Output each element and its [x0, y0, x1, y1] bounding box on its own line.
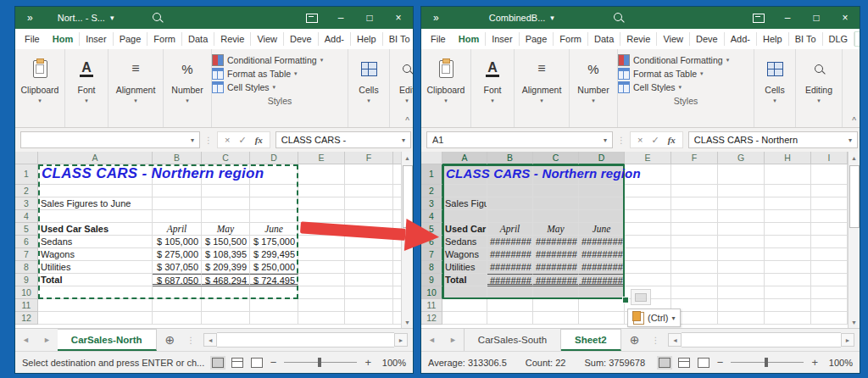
cell[interactable]: [718, 197, 765, 210]
scrollbar-thumb[interactable]: [849, 165, 860, 228]
cell[interactable]: $ 105,000: [153, 236, 202, 248]
insert-function-icon[interactable]: fx: [668, 135, 676, 145]
zoom-out-icon[interactable]: −: [717, 356, 724, 369]
fill-handle[interactable]: [622, 297, 629, 303]
cell[interactable]: [579, 299, 625, 312]
cell[interactable]: [442, 185, 487, 197]
cell[interactable]: [250, 185, 298, 197]
ribbon-tab[interactable]: Data: [588, 32, 620, 46]
cell[interactable]: [671, 286, 718, 299]
cell-styles-button[interactable]: Cell Styles ▾: [618, 81, 729, 93]
restore-button[interactable]: □: [802, 7, 831, 29]
column-header[interactable]: C: [202, 152, 250, 164]
cell[interactable]: [718, 261, 765, 274]
format-as-table-button[interactable]: Format as Table ▾: [212, 68, 323, 80]
cell[interactable]: [345, 286, 393, 299]
normal-view-button[interactable]: [659, 358, 670, 368]
ribbon-tab[interactable]: Page: [114, 32, 148, 46]
row-header[interactable]: 2: [15, 185, 38, 197]
zoom-slider[interactable]: [731, 362, 804, 363]
row-header[interactable]: 10: [15, 286, 38, 299]
ribbon-tab[interactable]: DLG: [823, 32, 855, 46]
cell[interactable]: [811, 236, 848, 248]
cell[interactable]: [442, 164, 487, 185]
row-header[interactable]: 12: [15, 312, 38, 325]
ribbon-tab[interactable]: Add-: [725, 32, 757, 46]
cell[interactable]: May: [202, 223, 250, 236]
cell[interactable]: [487, 197, 533, 210]
cell[interactable]: Used Car Sales: [442, 223, 487, 236]
cell[interactable]: [625, 210, 671, 223]
cell[interactable]: [202, 312, 250, 325]
page-layout-view-button[interactable]: [231, 358, 243, 368]
paste-options-dropdown-icon[interactable]: ▾: [671, 314, 675, 322]
cell[interactable]: [671, 197, 718, 210]
cell[interactable]: [765, 164, 811, 185]
row-header[interactable]: 6: [15, 236, 38, 248]
cell[interactable]: [765, 312, 811, 325]
cell[interactable]: [345, 299, 393, 312]
cell[interactable]: [202, 185, 250, 197]
cell[interactable]: [250, 299, 298, 312]
cell[interactable]: [533, 164, 579, 185]
cell[interactable]: [718, 248, 765, 261]
cell[interactable]: $ 687,050: [153, 274, 202, 286]
cell[interactable]: $ 724,495: [250, 274, 298, 286]
cell[interactable]: $ 307,050: [153, 261, 202, 274]
font-group[interactable]: A Font ▾: [65, 49, 108, 127]
cell[interactable]: [765, 299, 811, 312]
cell[interactable]: [298, 312, 345, 325]
cell[interactable]: [298, 164, 345, 185]
sheet-tab-carsales-north[interactable]: CarSales-North: [58, 329, 157, 351]
cell[interactable]: Wagons: [442, 248, 487, 261]
page-break-view-button[interactable]: [251, 358, 263, 368]
ribbon-tab[interactable]: Inser: [486, 32, 519, 46]
cell[interactable]: [533, 286, 579, 299]
next-sheet-icon[interactable]: ►: [442, 336, 464, 344]
alignment-group[interactable]: ≡ Alignment ▾: [108, 49, 164, 127]
page-break-view-button[interactable]: [698, 358, 709, 368]
scroll-up-icon[interactable]: ▲: [851, 152, 857, 164]
cell[interactable]: [671, 223, 718, 236]
quick-access-overflow-icon[interactable]: »: [27, 12, 32, 24]
cells-group[interactable]: Cells ▾: [754, 49, 796, 127]
name-box-dropdown-icon[interactable]: ▾: [191, 136, 194, 144]
cancel-entry-icon[interactable]: ×: [637, 135, 643, 145]
cell[interactable]: [671, 236, 718, 248]
page-layout-view-button[interactable]: [678, 358, 690, 368]
cell[interactable]: $ 250,000: [250, 261, 298, 274]
cell[interactable]: [811, 248, 848, 261]
new-sheet-icon[interactable]: ⊕: [630, 333, 640, 347]
cell[interactable]: [345, 185, 393, 197]
cell[interactable]: [811, 312, 848, 325]
cell[interactable]: [298, 299, 345, 312]
cell[interactable]: Sales Figures to June: [38, 197, 153, 210]
splitter[interactable]: ⋮: [651, 336, 659, 345]
cell[interactable]: [250, 286, 298, 299]
splitter[interactable]: ⋮: [186, 336, 195, 345]
cell[interactable]: [765, 236, 811, 248]
select-all-corner[interactable]: [421, 152, 442, 164]
cell[interactable]: [811, 185, 848, 197]
cell[interactable]: [765, 197, 811, 210]
cell[interactable]: [487, 164, 533, 185]
cell[interactable]: [811, 223, 848, 236]
ribbon-tab[interactable]: BI To: [383, 32, 413, 46]
cell[interactable]: $ 209,399: [202, 261, 250, 274]
scroll-down-icon[interactable]: ▼: [404, 316, 410, 328]
cell[interactable]: ########: [533, 236, 579, 248]
row-header[interactable]: 1: [15, 164, 38, 185]
cell[interactable]: [811, 299, 848, 312]
ribbon-tab[interactable]: Help: [351, 32, 383, 46]
cell[interactable]: [718, 286, 765, 299]
close-button[interactable]: ×: [384, 7, 413, 29]
cell[interactable]: [153, 299, 202, 312]
zoom-in-icon[interactable]: +: [364, 356, 371, 369]
cell[interactable]: [38, 164, 153, 185]
row-header[interactable]: 1: [421, 164, 442, 185]
cell[interactable]: [765, 210, 811, 223]
name-box[interactable]: ▾: [20, 131, 200, 148]
row-header[interactable]: 3: [421, 197, 442, 210]
cell[interactable]: [811, 210, 848, 223]
formula-bar[interactable]: CLASS CARS - Northern ▾: [688, 131, 858, 148]
